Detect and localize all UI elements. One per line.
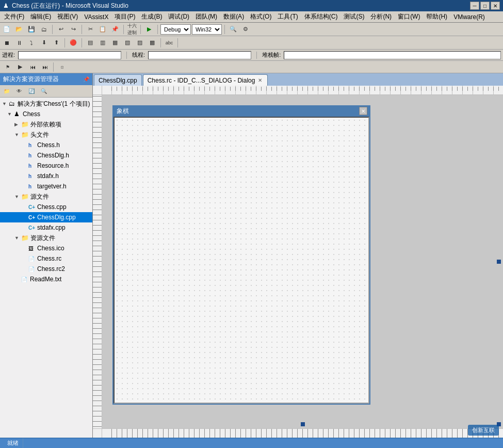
extra-btn5[interactable]: ⎅: [56, 61, 68, 73]
expand-external[interactable]: ▶: [14, 122, 20, 127]
sep-prog1: [126, 52, 127, 59]
dialog-body[interactable]: [113, 117, 369, 404]
menu-item-v[interactable]: 视图(V): [54, 11, 81, 22]
se-item-chessico[interactable]: ▶ 🖼 Chess.ico: [0, 243, 92, 253]
se-project[interactable]: ▼ ♟ Chess: [0, 109, 92, 119]
tools-button[interactable]: ⚙: [240, 24, 251, 35]
se-search[interactable]: 🔍: [38, 86, 50, 97]
menu-item-f[interactable]: 文件(F): [1, 11, 27, 22]
se-item-chesscpp[interactable]: ▶ C+ Chess.cpp: [0, 202, 92, 212]
dialog-titlebar: 象棋 ✕: [113, 105, 369, 117]
process-input[interactable]: [18, 51, 121, 59]
se-item-external[interactable]: ▶ 📁 外部依赖项: [0, 119, 92, 130]
cut-button[interactable]: ✂: [85, 24, 96, 35]
se-item-chessdlgh[interactable]: ▶ h ChessDlg.h: [0, 150, 92, 161]
rc-file-icon-2: 📄: [28, 266, 36, 272]
align-btn1[interactable]: ▤: [85, 37, 96, 49]
save-all-button[interactable]: 🗂: [38, 24, 50, 35]
se-item-stdafxh[interactable]: ▶ h stdafx.h: [0, 171, 92, 181]
se-root-solution[interactable]: ▼ 🗂 解决方案'Chess'(1 个项目): [0, 99, 92, 109]
new-button[interactable]: 📄: [1, 24, 12, 35]
hex-button[interactable]: 十六进制: [126, 24, 138, 35]
menu-item-vassistx[interactable]: VAssistX: [81, 12, 111, 22]
menu-item-n[interactable]: 分析(N): [367, 11, 395, 22]
maximize-button[interactable]: □: [480, 2, 490, 10]
pause-button[interactable]: ⏸: [13, 37, 25, 49]
extra-btn2[interactable]: ▶: [14, 61, 26, 73]
se-item-headers[interactable]: ▼ 📁 头文件: [0, 130, 92, 140]
align-btn4[interactable]: ▧: [122, 37, 133, 49]
step-out[interactable]: ⬆: [51, 37, 62, 49]
extra-btn4[interactable]: ⏭: [39, 61, 51, 73]
se-pin[interactable]: 📌: [83, 76, 89, 82]
se-item-resourceh[interactable]: ▶ h Resource.h: [0, 161, 92, 171]
solution-label: 解决方案'Chess'(1 个项目): [18, 100, 90, 108]
menu-item-e[interactable]: 编辑(E): [27, 11, 54, 22]
menu-item-b[interactable]: 生成(B): [138, 11, 165, 22]
menu-item-o[interactable]: 格式(O): [247, 11, 274, 22]
rc-file-icon-1: 📄: [28, 256, 36, 262]
stack-input[interactable]: [284, 51, 501, 59]
expand-sources[interactable]: ▼: [14, 194, 20, 199]
menu-item-d[interactable]: 调试(D): [165, 11, 192, 22]
se-item-chessrc2[interactable]: ▶ 📄 Chess.rc2: [0, 264, 92, 274]
align-btn6[interactable]: ▩: [147, 37, 158, 49]
tab-chess-rc-dialog[interactable]: Chess.rc - IDD_C...S_DIALOG - Dialog ✕: [143, 74, 268, 86]
stop-button[interactable]: ⏹: [1, 37, 12, 49]
se-new-folder[interactable]: 📁: [1, 86, 12, 97]
menu-item-t[interactable]: 工具(T): [274, 11, 301, 22]
extra-btn1[interactable]: ⚑: [2, 61, 13, 73]
extra-btn3[interactable]: ⏮: [27, 61, 38, 73]
config-dropdown[interactable]: Debug: [160, 24, 191, 35]
se-item-readme[interactable]: ▶ 📄 ReadMe.txt: [0, 274, 92, 284]
step-in[interactable]: ⬇: [38, 37, 50, 49]
copy-button[interactable]: 📋: [97, 24, 108, 35]
undo-button[interactable]: ↩: [55, 24, 67, 35]
menu-item-m[interactable]: 团队(M): [192, 11, 220, 22]
se-item-resources[interactable]: ▼ 📁 资源文件: [0, 233, 92, 243]
menu-item-vmwarer[interactable]: VMware(R): [450, 12, 488, 22]
breakpoint[interactable]: 🔴: [68, 37, 79, 49]
expand-resources[interactable]: ▼: [14, 235, 20, 241]
save-button[interactable]: 💾: [26, 24, 37, 35]
open-button[interactable]: 📂: [13, 24, 25, 35]
menu-item-c[interactable]: 体系结构(C): [301, 11, 341, 22]
se-item-targetverh[interactable]: ▶ h targetver.h: [0, 181, 92, 191]
start-debug[interactable]: ▶: [143, 24, 155, 35]
menu-item-p[interactable]: 项目(P): [111, 11, 138, 22]
expand-root[interactable]: ▼: [2, 101, 7, 106]
expand-headers[interactable]: ▼: [14, 132, 20, 137]
menu-item-s[interactable]: 测试(S): [340, 11, 367, 22]
menu-item-h[interactable]: 帮助(H): [423, 11, 450, 22]
dialog-canvas[interactable]: 象棋 ✕: [102, 95, 503, 428]
sep5: [157, 25, 158, 34]
se-item-chessrc[interactable]: ▶ 📄 Chess.rc: [0, 253, 92, 264]
expand-project[interactable]: ▼: [7, 111, 12, 117]
redo-button[interactable]: ↪: [68, 24, 79, 35]
se-refresh[interactable]: 🔄: [26, 86, 37, 97]
minimize-button[interactable]: ─: [470, 2, 479, 10]
align-btn5[interactable]: ▨: [134, 37, 145, 49]
search-button[interactable]: 🔍: [228, 24, 239, 35]
chess-rc-label: Chess.rc: [37, 255, 61, 262]
abc-btn[interactable]: abc: [164, 37, 175, 49]
thread-input[interactable]: [148, 51, 251, 59]
menu-item-w[interactable]: 窗口(W): [395, 11, 423, 22]
step-over[interactable]: ⤵: [26, 37, 37, 49]
platform-dropdown[interactable]: Win32: [192, 24, 222, 35]
align-btn3[interactable]: ▦: [109, 37, 121, 49]
close-button[interactable]: ✕: [491, 2, 500, 10]
align-btn2[interactable]: ▥: [97, 37, 108, 49]
se-item-sources[interactable]: ▼ 📁 源文件: [0, 191, 92, 202]
dialog-close-button[interactable]: ✕: [359, 107, 367, 115]
window-controls: ─ □ ✕: [470, 2, 500, 10]
sources-label: 源文件: [30, 193, 49, 201]
menu-item-a[interactable]: 数据(A): [220, 11, 247, 22]
se-item-stdafxcpp[interactable]: ▶ C+ stdafx.cpp: [0, 222, 92, 233]
se-show-all[interactable]: 👁: [13, 86, 25, 97]
tab2-close[interactable]: ✕: [257, 77, 263, 83]
se-item-chessh[interactable]: ▶ h Chess.h: [0, 140, 92, 150]
tab-chessdlg-cpp[interactable]: ChessDlg.cpp: [94, 74, 142, 86]
paste-button[interactable]: 📌: [109, 24, 121, 35]
se-item-chessdlgcpp[interactable]: ▶ C+ ChessDlg.cpp: [0, 212, 92, 222]
